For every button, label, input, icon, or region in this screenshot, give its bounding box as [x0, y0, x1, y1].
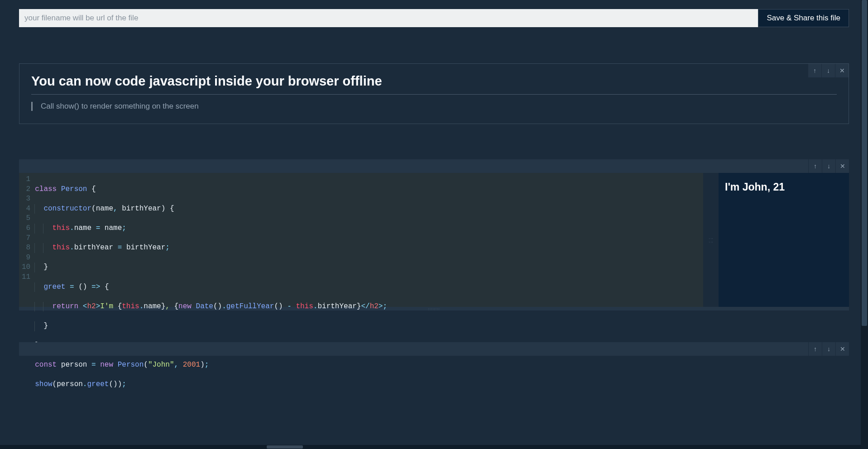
- next-cell-topbar: ↑ ↓ ✕: [19, 342, 849, 356]
- line-gutter: 1234567891011: [19, 173, 33, 307]
- close-icon: ✕: [839, 67, 845, 74]
- code-cell-toolbar: ↑ ↓ ✕: [808, 159, 849, 173]
- move-down-button[interactable]: ↓: [821, 64, 835, 77]
- arrow-down-icon: ↓: [827, 345, 830, 353]
- topbar: Save & Share this file: [19, 9, 849, 27]
- code-cell-topbar: ↑ ↓ ✕: [19, 159, 849, 173]
- arrow-up-icon: ↑: [814, 162, 817, 170]
- close-icon: ✕: [840, 345, 845, 353]
- filename-input[interactable]: [19, 9, 758, 27]
- arrow-up-icon: ↑: [813, 67, 816, 74]
- intro-cell: ↑ ↓ ✕ You can now code javascript inside…: [19, 63, 849, 124]
- save-share-button[interactable]: Save & Share this file: [758, 9, 849, 27]
- vertical-resize-handle[interactable]: ⋮⋮: [708, 173, 714, 307]
- close-cell-button[interactable]: ✕: [835, 64, 849, 77]
- scrollbar-thumb[interactable]: [267, 445, 303, 449]
- grip-icon: ⋮⋮: [709, 236, 714, 244]
- close-cell-button[interactable]: ✕: [835, 159, 849, 173]
- code-cell: ↑ ↓ ✕ 1234567891011 class Person { const…: [19, 159, 849, 310]
- output-panel: I'm John, 21: [719, 173, 849, 307]
- code-editor[interactable]: 1234567891011 class Person { constructor…: [19, 173, 703, 307]
- output-text: I'm John, 21: [725, 181, 843, 193]
- intro-quote: Call show() to render something on the s…: [31, 102, 837, 111]
- arrow-down-icon: ↓: [827, 162, 830, 170]
- next-cell-toolbar: ↑ ↓ ✕: [808, 342, 849, 356]
- move-up-button[interactable]: ↑: [808, 64, 821, 77]
- vertical-scrollbar[interactable]: [861, 0, 868, 449]
- horizontal-scrollbar[interactable]: [0, 445, 861, 449]
- move-up-button[interactable]: ↑: [808, 159, 822, 173]
- code-content[interactable]: class Person { constructor(name, birthYe…: [33, 173, 703, 307]
- close-cell-button[interactable]: ✕: [835, 342, 849, 356]
- arrow-down-icon: ↓: [827, 67, 830, 74]
- close-icon: ✕: [840, 162, 845, 170]
- intro-divider: [31, 94, 837, 95]
- move-up-button[interactable]: ↑: [808, 342, 822, 356]
- intro-cell-toolbar: ↑ ↓ ✕: [808, 64, 849, 77]
- move-down-button[interactable]: ↓: [822, 342, 835, 356]
- scrollbar-thumb[interactable]: [862, 0, 867, 326]
- arrow-up-icon: ↑: [814, 345, 817, 353]
- move-down-button[interactable]: ↓: [822, 159, 835, 173]
- intro-heading: You can now code javascript inside your …: [31, 74, 837, 89]
